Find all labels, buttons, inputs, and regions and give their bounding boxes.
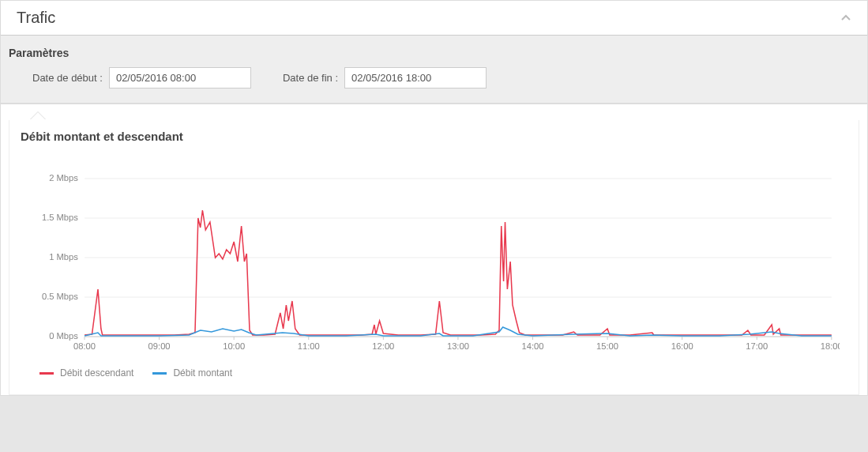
chart-pointer-icon [30, 112, 46, 120]
svg-text:15:00: 15:00 [596, 341, 618, 351]
svg-text:2 Mbps: 2 Mbps [49, 173, 78, 183]
legend-swatch-down-icon [39, 372, 54, 375]
legend-label-up: Débit montant [173, 367, 232, 379]
svg-text:1 Mbps: 1 Mbps [49, 252, 78, 262]
chart-svg: 0 Mbps0.5 Mbps1 Mbps1.5 Mbps2 Mbps08:000… [36, 167, 840, 356]
legend-label-down: Débit descendant [60, 367, 133, 379]
svg-text:08:00: 08:00 [73, 341, 96, 351]
parameters-row: Date de début : Date de fin : [9, 67, 859, 89]
start-date-label: Date de début : [32, 72, 103, 84]
svg-text:12:00: 12:00 [372, 341, 394, 351]
legend-swatch-up-icon [152, 372, 167, 375]
svg-text:16:00: 16:00 [671, 341, 693, 351]
collapse-icon[interactable] [840, 13, 851, 24]
chart-card: Débit montant et descendant 0 Mbps0.5 Mb… [9, 120, 859, 395]
end-date-input[interactable] [344, 67, 487, 89]
chart-legend: Débit descendant Débit montant [39, 367, 847, 379]
traffic-panel: Trafic Paramètres Date de début : Date d… [0, 0, 868, 396]
parameters-heading: Paramètres [9, 47, 859, 59]
panel-title: Trafic [17, 9, 55, 27]
svg-text:18:00: 18:00 [821, 341, 840, 351]
start-date-input[interactable] [109, 67, 251, 89]
parameters-section: Paramètres Date de début : Date de fin : [1, 36, 867, 104]
legend-item-up[interactable]: Débit montant [152, 367, 232, 379]
svg-text:17:00: 17:00 [746, 341, 768, 351]
svg-text:13:00: 13:00 [447, 341, 469, 351]
svg-text:11:00: 11:00 [298, 341, 320, 351]
chart-plot: 0 Mbps0.5 Mbps1 Mbps1.5 Mbps2 Mbps08:000… [36, 167, 840, 356]
svg-text:14:00: 14:00 [522, 341, 544, 351]
svg-text:0 Mbps: 0 Mbps [49, 331, 78, 341]
end-date-field: Date de fin : [283, 67, 487, 89]
chart-title: Débit montant et descendant [21, 130, 847, 143]
legend-item-down[interactable]: Débit descendant [39, 367, 133, 379]
svg-text:09:00: 09:00 [148, 341, 171, 351]
svg-text:10:00: 10:00 [223, 341, 245, 351]
svg-text:0.5 Mbps: 0.5 Mbps [42, 292, 78, 301]
start-date-field: Date de début : [32, 67, 251, 89]
end-date-label: Date de fin : [283, 72, 338, 84]
panel-header: Trafic [1, 1, 867, 36]
svg-text:1.5 Mbps: 1.5 Mbps [42, 213, 78, 222]
